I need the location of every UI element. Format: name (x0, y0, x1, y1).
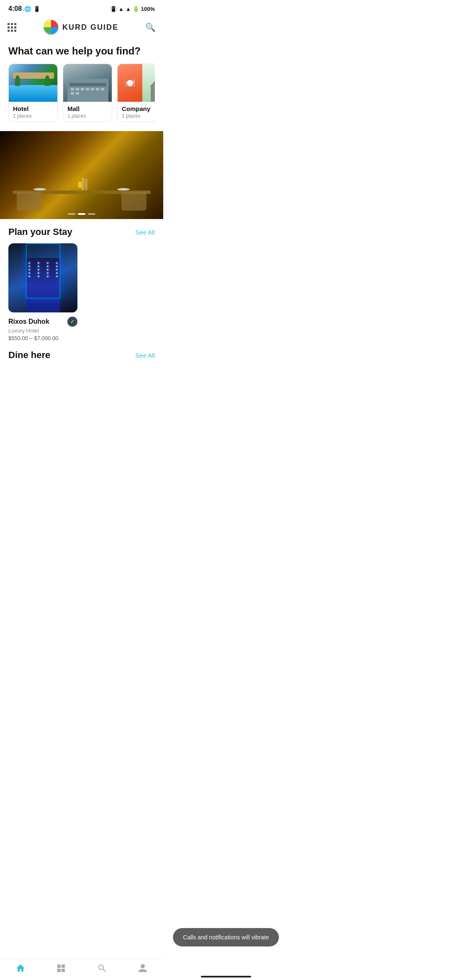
company-category-count: 1 places (122, 113, 155, 119)
company-tower-image (142, 64, 155, 102)
vibrate-icon: 📳 (110, 6, 117, 12)
banner-dot-3 (88, 213, 95, 215)
location-icon: 🌐 (24, 6, 31, 12)
grid-menu-icon[interactable] (8, 23, 16, 32)
dine-here-header: Dine here See All (8, 350, 155, 361)
hotel-name: Rixos Duhok (8, 318, 49, 325)
hotel-category-count: 1 places (13, 113, 53, 119)
hotel-card-rixos[interactable]: Rixos Duhok ✓ Luxury Hotel $550.00 – $7,… (8, 243, 77, 341)
company-food-image: 🍽️ (118, 64, 142, 102)
category-row: Hotel 1 places M (8, 64, 155, 124)
banner-image (0, 131, 163, 219)
hotel-category-image (9, 64, 58, 102)
logo-circle-icon (43, 19, 59, 35)
search-button[interactable]: 🔍 (145, 22, 156, 32)
mall-category-count: 1 places (67, 113, 108, 119)
promo-banner[interactable] (0, 131, 163, 219)
mall-category-name: Mall (67, 105, 108, 112)
rixos-building (26, 258, 60, 312)
company-category-image: 🍽️ (118, 64, 155, 102)
main-content: What can we help you find? Hotel 1 place… (0, 41, 163, 361)
category-card-mall[interactable]: Mall 1 places (63, 64, 112, 122)
hotel-price: $550.00 – $7,000.00 (8, 335, 77, 341)
verified-badge: ✓ (67, 317, 77, 327)
mall-category-image (63, 64, 112, 102)
banner-dots (68, 213, 95, 215)
dine-section: Dine here See All (8, 350, 155, 361)
status-time: 4:08 (8, 5, 22, 13)
banner-dot-2 (78, 213, 85, 215)
dine-here-see-all[interactable]: See All (135, 352, 155, 359)
hotel-type: Luxury Hotel (8, 328, 77, 334)
status-bar: 4:08 🌐 📱 📳 ▲ ▲ 🔋 100% (0, 0, 163, 16)
dine-here-title: Dine here (8, 350, 50, 361)
hotel-category-name: Hotel (13, 105, 53, 112)
battery-icon: 🔋 (133, 6, 139, 12)
plan-stay-see-all[interactable]: See All (135, 229, 155, 236)
app-header: KURD GUIDE 🔍 (0, 16, 163, 41)
category-card-company[interactable]: 🍽️ Company 1 places (117, 64, 155, 122)
rixos-hotel-image (8, 243, 77, 312)
message-icon: 📱 (33, 6, 40, 12)
rixos-hotel-info: Rixos Duhok ✓ Luxury Hotel $550.00 – $7,… (8, 317, 77, 341)
app-title: KURD GUIDE (62, 23, 118, 32)
category-card-hotel[interactable]: Hotel 1 places (8, 64, 58, 122)
plan-stay-header: Plan your Stay See All (8, 227, 155, 237)
plan-stay-title: Plan your Stay (8, 227, 72, 237)
battery-percent: 100% (141, 6, 155, 12)
wifi-icon: ▲ (118, 6, 124, 12)
signal-icon: ▲ (126, 6, 131, 12)
company-category-name: Company (122, 105, 155, 112)
hero-question: What can we help you find? (8, 45, 155, 57)
hotels-row: Rixos Duhok ✓ Luxury Hotel $550.00 – $7,… (8, 243, 155, 341)
banner-dot-1 (68, 213, 75, 215)
app-logo: KURD GUIDE (43, 19, 118, 35)
